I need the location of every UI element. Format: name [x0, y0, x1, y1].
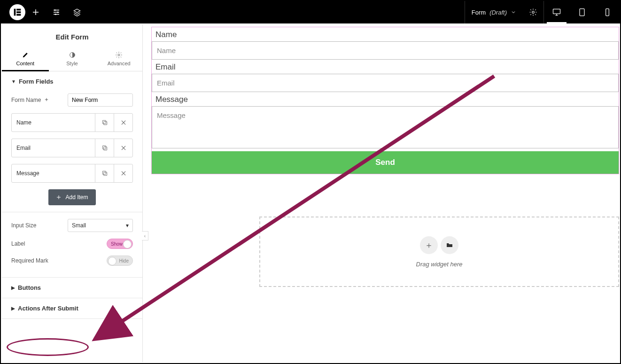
required-toggle[interactable]: Hide — [107, 256, 133, 266]
form-submit-button-preview[interactable]: Send — [152, 151, 619, 174]
responsive-group — [543, 1, 620, 23]
ai-sparkle-icon[interactable] — [44, 97, 49, 103]
svg-rect-1 — [16, 9, 21, 11]
editor-panel: Edit Form Content Style Advanced ▼ Form … — [2, 24, 143, 362]
label-toggle-label: Label — [11, 240, 63, 247]
site-settings-button[interactable] — [46, 1, 67, 23]
svg-point-12 — [118, 54, 120, 56]
section-form-fields-title: Form Fields — [19, 78, 54, 85]
responsive-mobile[interactable] — [595, 1, 620, 23]
svg-rect-2 — [16, 11, 21, 13]
cog-icon — [115, 51, 123, 59]
tab-style[interactable]: Style — [49, 47, 96, 71]
mobile-icon — [603, 8, 612, 17]
input-size-select[interactable]: Small ▾ — [68, 219, 133, 232]
form-fields-repeater: Name Email Message — [11, 113, 133, 183]
input-size-label: Input Size — [11, 222, 63, 229]
remove-field-button[interactable] — [114, 139, 132, 157]
duplicate-field-button[interactable] — [95, 114, 114, 132]
svg-point-5 — [57, 12, 59, 13]
form-field-label: Message — [152, 92, 619, 106]
section-form-fields-header[interactable]: ▼ Form Fields — [2, 71, 142, 92]
page-settings-button[interactable] — [523, 1, 543, 23]
tab-content-label: Content — [16, 61, 35, 66]
duplicate-field-button[interactable] — [95, 164, 114, 182]
form-name-input-preview[interactable]: Name — [152, 41, 619, 60]
contrast-icon — [69, 51, 76, 59]
responsive-tablet[interactable] — [569, 1, 595, 23]
svg-rect-10 — [606, 9, 609, 16]
gear-icon — [529, 8, 537, 16]
caret-down-icon: ▼ — [11, 79, 16, 84]
svg-rect-3 — [16, 14, 21, 16]
field-item-label: Message — [12, 164, 95, 182]
input-size-value: Small — [72, 222, 86, 229]
svg-rect-0 — [14, 9, 16, 16]
close-icon — [120, 145, 127, 151]
drop-zone[interactable]: ＋ Drag widget here — [259, 217, 619, 287]
form-message-textarea-preview[interactable]: Message — [152, 106, 619, 148]
section-buttons: ▶ Buttons — [2, 278, 142, 298]
topbar-right: Form (Draft) — [465, 1, 620, 23]
dropzone-folder-button[interactable] — [441, 236, 458, 254]
form-name-input[interactable] — [68, 93, 133, 107]
tablet-icon — [577, 8, 587, 17]
required-toggle-label: Required Mark — [11, 257, 63, 264]
close-icon — [120, 170, 127, 177]
tab-advanced[interactable]: Advanced — [95, 47, 142, 71]
add-field-button[interactable]: Add Item — [48, 189, 95, 205]
drop-zone-icons: ＋ — [420, 236, 458, 254]
section-buttons-header[interactable]: ▶ Buttons — [2, 278, 142, 298]
responsive-desktop[interactable] — [544, 1, 569, 23]
copy-icon — [101, 145, 108, 151]
field-item[interactable]: Message — [11, 164, 133, 183]
section-form-fields-body: Form Name Name Email Message — [2, 92, 142, 277]
copy-icon — [101, 119, 108, 126]
label-toggle[interactable]: Show — [107, 239, 133, 249]
field-item[interactable]: Email — [11, 139, 133, 157]
elementor-logo-icon — [12, 7, 23, 17]
chevron-down-icon: ▾ — [126, 222, 129, 229]
tab-advanced-label: Advanced — [108, 61, 131, 66]
caret-right-icon: ▶ — [11, 306, 15, 311]
topbar-left — [1, 1, 87, 23]
pencil-icon — [22, 51, 29, 59]
structure-button[interactable] — [67, 1, 87, 23]
section-actions-header[interactable]: ▶ Actions After Submit — [2, 298, 142, 318]
top-toolbar: Form (Draft) — [1, 1, 620, 23]
add-field-label: Add Item — [65, 194, 88, 201]
chevron-down-icon — [511, 9, 516, 15]
desktop-icon — [552, 8, 561, 17]
panel-title: Edit Form — [2, 24, 142, 47]
form-widget[interactable]: Name Name Email Email Message Message Se… — [151, 27, 619, 174]
divider — [2, 212, 142, 212]
duplicate-field-button[interactable] — [95, 139, 114, 157]
svg-rect-8 — [553, 9, 560, 14]
required-row: Required Mark Hide — [11, 256, 133, 266]
caret-right-icon: ▶ — [11, 285, 15, 290]
layers-icon — [73, 8, 81, 16]
svg-point-7 — [532, 11, 535, 14]
form-field-label: Name — [152, 27, 619, 41]
field-item[interactable]: Name — [11, 113, 133, 132]
svg-point-4 — [54, 9, 56, 11]
tab-content[interactable]: Content — [2, 47, 49, 71]
plus-icon: ＋ — [425, 240, 433, 251]
sliders-icon — [52, 8, 61, 16]
document-switcher[interactable]: Form (Draft) — [465, 1, 523, 23]
panel-collapse-handle[interactable]: ‹ — [142, 231, 148, 240]
field-item-label: Name — [12, 114, 95, 132]
form-name-row: Form Name — [11, 93, 133, 107]
remove-field-button[interactable] — [114, 164, 132, 182]
editor-canvas: Name Name Email Email Message Message Se… — [151, 27, 619, 362]
dropzone-add-button[interactable]: ＋ — [420, 236, 438, 254]
form-email-input-preview[interactable]: Email — [152, 74, 619, 92]
label-row: Label Show — [11, 239, 133, 249]
svg-rect-14 — [102, 120, 106, 124]
elementor-logo[interactable] — [9, 4, 25, 20]
section-actions-title: Actions After Submit — [18, 305, 78, 312]
remove-field-button[interactable] — [114, 114, 132, 132]
add-element-button[interactable] — [25, 1, 46, 23]
doc-name: Form — [472, 9, 486, 16]
tab-style-label: Style — [66, 61, 78, 66]
